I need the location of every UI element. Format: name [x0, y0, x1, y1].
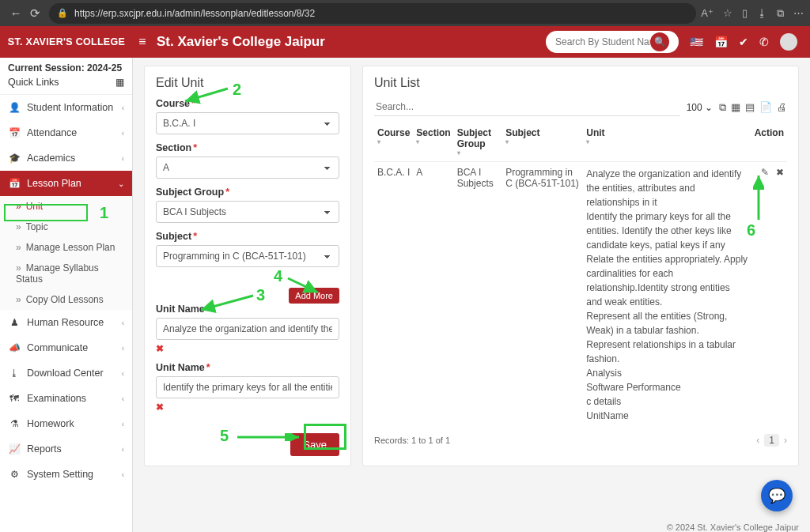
save-button[interactable]: Save	[290, 433, 339, 456]
th-course[interactable]: Course▾	[374, 123, 413, 162]
edit-unit-panel: Edit Unit Course* B.C.A. I Section* A Su…	[144, 66, 351, 466]
sidebar-item-download-center[interactable]: ⭳Download Center‹	[0, 360, 132, 386]
favorite-icon[interactable]: ☆	[723, 7, 732, 19]
remove-unit-1-icon[interactable]: ✖	[156, 343, 164, 354]
remove-unit-2-icon[interactable]: ✖	[156, 402, 164, 413]
collections-icon[interactable]: ▯	[742, 7, 748, 19]
calendar-icon[interactable]: 📅	[714, 36, 728, 48]
edit-icon[interactable]: ✎	[761, 167, 769, 178]
unit-list-search[interactable]	[374, 98, 680, 116]
more-icon[interactable]: ⋯	[793, 7, 804, 19]
sidebar-item-system-setting[interactable]: ⚙System Setting‹	[0, 462, 132, 487]
graduation-icon: 🎓	[8, 153, 21, 164]
url-bar[interactable]: 🔒 https://erp.sxcjpr.edu.in/admin/lesson…	[49, 3, 696, 24]
table-row: B.C.A. I A BCA I Subjects Programming in…	[374, 162, 787, 428]
footer-copyright: © 2024 St. Xavier's College Jaipur	[667, 523, 799, 532]
app-header: ST. XAVIER'S COLLEGE ≡ St. Xavier's Coll…	[0, 26, 810, 58]
back-icon[interactable]: ←	[6, 4, 25, 23]
delete-icon[interactable]: ✖	[776, 167, 784, 178]
sitemap-icon: ♟	[8, 317, 21, 328]
cell-action: ✎ ✖	[751, 162, 787, 428]
lesson-plan-submenu: Unit Topic Manage Lesson Plan Manage Syl…	[0, 196, 132, 310]
unit-list-title: Unit List	[374, 76, 787, 90]
edit-unit-title: Edit Unit	[156, 76, 339, 90]
submenu-topic[interactable]: Topic	[0, 217, 132, 237]
cell-section: A	[413, 162, 453, 428]
avatar[interactable]	[780, 33, 797, 51]
flask-icon: ⚗	[8, 418, 21, 429]
csv-icon[interactable]: ▤	[745, 101, 755, 114]
chat-fab[interactable]: 💬	[761, 480, 793, 511]
refresh-icon[interactable]: ⟳	[25, 4, 44, 23]
url-text: https://erp.sxcjpr.edu.in/admin/lessonpl…	[74, 8, 315, 19]
flag-icon[interactable]: 🇺🇸	[690, 36, 703, 48]
submenu-manage-syllabus-status[interactable]: Manage Syllabus Status	[0, 258, 132, 289]
screenshot-icon[interactable]: ⧉	[777, 7, 784, 20]
bullhorn-icon: 📣	[8, 342, 21, 353]
copy-icon[interactable]: ⧉	[719, 101, 726, 114]
page-1[interactable]: 1	[764, 434, 779, 447]
task-icon[interactable]: ✔	[739, 36, 748, 48]
session-label: Current Session: 2024-25	[0, 58, 132, 75]
student-search[interactable]: 🔍	[546, 31, 679, 53]
app-title: St. Xavier's College Jaipur	[157, 34, 325, 50]
add-more-button[interactable]: Add More	[289, 288, 339, 304]
section-select[interactable]: A	[156, 157, 339, 179]
content-area: Edit Unit Course* B.C.A. I Section* A Su…	[133, 58, 810, 532]
whatsapp-icon[interactable]: ✆	[759, 36, 769, 48]
cell-course: B.C.A. I	[374, 162, 413, 428]
sidebar-item-attendance[interactable]: 📅Attendance‹	[0, 120, 132, 145]
per-page-select[interactable]: 100 ⌄	[687, 102, 713, 113]
pdf-icon[interactable]: 📄	[759, 101, 772, 114]
sidebar-item-lesson-plan[interactable]: 📅Lesson Plan⌄	[0, 171, 132, 196]
sidebar-item-examinations[interactable]: 🗺Examinations‹	[0, 386, 132, 411]
pager: ‹ 1 ›	[756, 434, 787, 447]
unit-name-label-2: Unit Name*	[156, 362, 339, 373]
sidebar-item-human-resource[interactable]: ♟Human Resource‹	[0, 310, 132, 335]
browser-chrome: ← ⟳ 🔒 https://erp.sxcjpr.edu.in/admin/le…	[0, 0, 810, 26]
th-section[interactable]: Section▾	[413, 123, 453, 162]
course-select[interactable]: B.C.A. I	[156, 112, 339, 134]
calendar-small-icon: 📅	[8, 127, 21, 138]
section-label: Section*	[156, 142, 339, 153]
th-subject[interactable]: Subject▾	[502, 123, 583, 162]
quick-links[interactable]: Quick Links ▦	[0, 75, 132, 95]
download-small-icon: ⭳	[8, 368, 21, 379]
course-label: Course*	[156, 98, 339, 109]
next-page-icon[interactable]: ›	[784, 435, 787, 446]
th-unit[interactable]: Unit▾	[583, 123, 751, 162]
subject-group-select[interactable]: BCA I Subjects	[156, 201, 339, 223]
sidebar-item-homework[interactable]: ⚗Homework‹	[0, 411, 132, 436]
menu-toggle-icon[interactable]: ≡	[133, 35, 152, 49]
unit-name-input-1[interactable]	[156, 318, 339, 340]
prev-page-icon[interactable]: ‹	[756, 435, 759, 446]
unit-table: Course▾ Section▾ Subject Group▾ Subject▾…	[374, 123, 787, 428]
search-icon[interactable]: 🔍	[650, 32, 669, 51]
sidebar-item-reports[interactable]: 📈Reports‹	[0, 436, 132, 462]
records-info: Records: 1 to 1 of 1 ‹ 1 ›	[374, 434, 787, 447]
unit-list-panel: Unit List 100 ⌄ ⧉ ▦ ▤ 📄 🖨 Co	[362, 66, 799, 466]
submenu-copy-old-lessons[interactable]: Copy Old Lessons	[0, 289, 132, 310]
chart-icon: 📈	[8, 443, 21, 455]
sidebar-item-communicate[interactable]: 📣Communicate‹	[0, 335, 132, 360]
unit-name-label-1: Unit Name*	[156, 304, 339, 315]
subject-select[interactable]: Programming in C (BCA-51T-101)	[156, 245, 339, 267]
sidebar: Current Session: 2024-25 Quick Links ▦ 👤…	[0, 58, 133, 532]
submenu-manage-lesson-plan[interactable]: Manage Lesson Plan	[0, 237, 132, 258]
chat-icon: 💬	[768, 487, 785, 504]
excel-icon[interactable]: ▦	[731, 101, 740, 114]
student-search-input[interactable]	[555, 36, 650, 47]
sidebar-item-student-info[interactable]: 👤Student Information‹	[0, 95, 132, 120]
print-icon[interactable]: 🖨	[777, 101, 787, 114]
brand-logo: ST. XAVIER'S COLLEGE	[0, 36, 133, 47]
th-action: Action	[751, 123, 787, 162]
sidebar-item-academics[interactable]: 🎓Academics‹	[0, 145, 132, 171]
quick-links-label: Quick Links	[8, 77, 59, 88]
cell-subject-group: BCA I Subjects	[454, 162, 502, 428]
th-subject-group[interactable]: Subject Group▾	[454, 123, 502, 162]
read-aloud-icon[interactable]: A⁺	[701, 7, 713, 19]
submenu-unit[interactable]: Unit	[0, 196, 132, 217]
download-icon[interactable]: ⭳	[757, 7, 767, 19]
unit-name-input-2[interactable]	[156, 376, 339, 398]
map-icon: 🗺	[8, 393, 21, 404]
